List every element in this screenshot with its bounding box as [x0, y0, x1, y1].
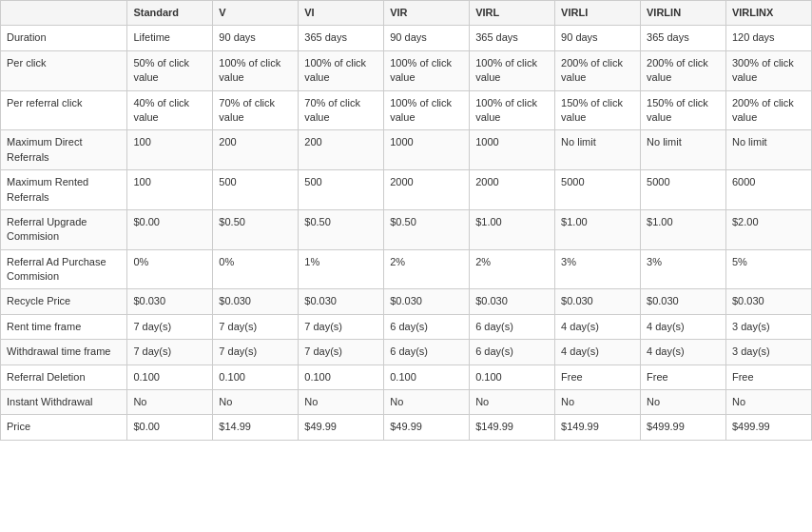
cell-1: No	[213, 390, 299, 415]
cell-7: 200% of click value	[725, 90, 811, 130]
cell-0: Lifetime	[127, 26, 213, 50]
cell-7: 3 day(s)	[725, 340, 811, 365]
row-label: Referral Deletion	[1, 365, 127, 389]
cell-3: 90 days	[384, 26, 470, 50]
cell-5: 200% of click value	[555, 50, 641, 90]
cell-2: 1%	[299, 249, 384, 289]
cell-2: $0.030	[299, 289, 384, 314]
cell-3: 2%	[384, 249, 470, 289]
row-label: Per referral click	[1, 90, 127, 130]
cell-5: 3%	[555, 249, 641, 289]
cell-3: 6 day(s)	[384, 314, 470, 339]
cell-2: $0.50	[299, 209, 384, 249]
cell-2: 200	[299, 130, 384, 170]
cell-4: 2000	[470, 170, 555, 210]
cell-4: 100% of click value	[470, 90, 555, 130]
row-label: Maximum Direct Referrals	[1, 130, 127, 170]
cell-2: $49.99	[299, 415, 384, 440]
cell-6: 4 day(s)	[641, 314, 726, 339]
header-row: StandardVVIVIRVIRLVIRLIVIRLINVIRLINX	[1, 1, 812, 26]
cell-2: 500	[299, 170, 384, 210]
cell-4: 6 day(s)	[470, 314, 555, 339]
cell-3: 100% of click value	[384, 50, 470, 90]
table-row: Per referral click40% of click value70% …	[1, 90, 812, 130]
row-label: Maximum Rented Referrals	[1, 170, 127, 210]
table-row: Referral Deletion0.1000.1000.1000.1000.1…	[1, 365, 812, 389]
cell-6: 4 day(s)	[641, 340, 726, 365]
cell-0: $0.00	[127, 209, 213, 249]
row-label: Withdrawal time frame	[1, 340, 127, 365]
cell-1: 7 day(s)	[213, 314, 299, 339]
cell-5: 4 day(s)	[555, 314, 641, 339]
cell-6: Free	[641, 365, 726, 389]
table-row: Referral Upgrade Commision$0.00$0.50$0.5…	[1, 209, 812, 249]
cell-1: 7 day(s)	[213, 340, 299, 365]
cell-5: $0.030	[555, 289, 641, 314]
row-label: Price	[1, 415, 127, 440]
cell-5: $1.00	[555, 209, 641, 249]
cell-6: $499.99	[641, 415, 726, 440]
cell-4: 2%	[470, 249, 555, 289]
membership-comparison-table: StandardVVIVIRVIRLVIRLIVIRLINVIRLINX Dur…	[0, 0, 812, 441]
row-label: Referral Upgrade Commision	[1, 209, 127, 249]
cell-3: 1000	[384, 130, 470, 170]
cell-2: 7 day(s)	[299, 314, 384, 339]
cell-1: 0.100	[213, 365, 299, 389]
header-col-standard: Standard	[127, 1, 213, 26]
table-row: Referral Ad Purchase Commision0%0%1%2%2%…	[1, 249, 812, 289]
row-label: Recycle Price	[1, 289, 127, 314]
row-label: Referral Ad Purchase Commision	[1, 249, 127, 289]
header-col-virli: VIRLI	[555, 1, 641, 26]
cell-3: 0.100	[384, 365, 470, 389]
header-col-vir: VIR	[384, 1, 470, 26]
table-row: Rent time frame7 day(s)7 day(s)7 day(s)6…	[1, 314, 812, 339]
row-label: Rent time frame	[1, 314, 127, 339]
table-row: DurationLifetime90 days365 days90 days36…	[1, 26, 812, 50]
cell-6: No limit	[641, 130, 726, 170]
cell-3: $0.030	[384, 289, 470, 314]
cell-1: 500	[213, 170, 299, 210]
cell-2: 7 day(s)	[299, 340, 384, 365]
cell-7: 6000	[725, 170, 811, 210]
cell-4: $1.00	[470, 209, 555, 249]
cell-6: 5000	[641, 170, 726, 210]
table-row: Withdrawal time frame7 day(s)7 day(s)7 d…	[1, 340, 812, 365]
cell-0: $0.00	[127, 415, 213, 440]
cell-2: 0.100	[299, 365, 384, 389]
row-label: Instant Withdrawal	[1, 390, 127, 415]
cell-2: 100% of click value	[299, 50, 384, 90]
cell-0: No	[127, 390, 213, 415]
cell-5: No limit	[555, 130, 641, 170]
cell-1: 0%	[213, 249, 299, 289]
cell-6: $0.030	[641, 289, 726, 314]
cell-6: 200% of click value	[641, 50, 726, 90]
header-col-v: V	[213, 1, 299, 26]
cell-6: $1.00	[641, 209, 726, 249]
cell-0: 40% of click value	[127, 90, 213, 130]
cell-3: 6 day(s)	[384, 340, 470, 365]
cell-6: 3%	[641, 249, 726, 289]
table-row: Price$0.00$14.99$49.99$49.99$149.99$149.…	[1, 415, 812, 440]
cell-4: 6 day(s)	[470, 340, 555, 365]
cell-1: 100% of click value	[213, 50, 299, 90]
cell-7: No limit	[725, 130, 811, 170]
table-row: Recycle Price$0.030$0.030$0.030$0.030$0.…	[1, 289, 812, 314]
cell-1: $0.50	[213, 209, 299, 249]
cell-7: 300% of click value	[725, 50, 811, 90]
cell-3: $0.50	[384, 209, 470, 249]
cell-7: Free	[725, 365, 811, 389]
cell-7: $0.030	[725, 289, 811, 314]
cell-3: $49.99	[384, 415, 470, 440]
cell-3: 2000	[384, 170, 470, 210]
cell-3: No	[384, 390, 470, 415]
row-label: Per click	[1, 50, 127, 90]
cell-6: No	[641, 390, 726, 415]
cell-0: 100	[127, 130, 213, 170]
cell-2: 365 days	[299, 26, 384, 50]
header-col-virlin: VIRLIN	[641, 1, 726, 26]
header-col-virlinx: VIRLINX	[725, 1, 811, 26]
table-row: Maximum Rented Referrals1005005002000200…	[1, 170, 812, 210]
cell-6: 150% of click value	[641, 90, 726, 130]
cell-7: 3 day(s)	[725, 314, 811, 339]
cell-1: $14.99	[213, 415, 299, 440]
